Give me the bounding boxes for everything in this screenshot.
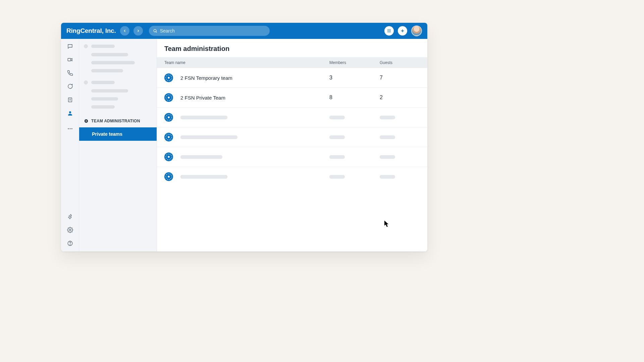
svg-point-17 — [69, 111, 71, 113]
team-members: 8 — [329, 95, 380, 101]
table-row-placeholder — [157, 127, 427, 147]
nav-rail — [61, 39, 79, 251]
sidebar-item-label: Private teams — [92, 131, 122, 137]
team-icon — [164, 153, 173, 161]
rail-more-icon[interactable] — [67, 125, 73, 132]
team-icon — [164, 172, 173, 181]
rail-contacts-icon[interactable] — [67, 110, 73, 117]
svg-point-18 — [68, 128, 69, 129]
rail-settings-icon[interactable] — [67, 227, 73, 233]
svg-point-31 — [168, 97, 169, 98]
col-members: Members — [329, 60, 380, 65]
new-button[interactable] — [398, 26, 407, 36]
svg-point-25 — [86, 120, 87, 122]
search-icon — [153, 28, 157, 33]
svg-point-7 — [390, 31, 390, 31]
svg-point-37 — [168, 136, 169, 138]
team-name: 2 FSN Private Team — [180, 95, 329, 101]
svg-line-1 — [156, 32, 157, 32]
svg-point-10 — [390, 32, 390, 32]
table-header: Team name Members Guests — [157, 57, 427, 68]
svg-point-23 — [70, 244, 70, 245]
svg-point-21 — [69, 229, 71, 231]
col-guests: Guests — [380, 60, 420, 65]
svg-point-20 — [71, 128, 72, 129]
section-label-text: TEAM ADMINISTRATION — [91, 119, 140, 123]
team-guests: 2 — [380, 95, 420, 101]
team-icon — [164, 93, 173, 102]
side-panel-placeholder-list — [79, 42, 157, 110]
table-row-placeholder — [157, 108, 427, 127]
svg-point-34 — [168, 116, 169, 118]
app-window: RingCentral, Inc. — [61, 23, 427, 251]
brand-title: RingCentral, Inc. — [66, 27, 116, 35]
nav-back-button[interactable] — [120, 26, 129, 36]
rail-video-icon[interactable] — [67, 56, 73, 63]
rail-text-icon[interactable] — [67, 83, 73, 90]
svg-point-40 — [168, 156, 169, 158]
user-avatar[interactable] — [411, 25, 422, 36]
rail-help-icon[interactable] — [67, 240, 73, 247]
plus-icon — [400, 28, 405, 33]
chevron-right-icon — [136, 29, 140, 33]
canvas: RingCentral, Inc. — [0, 0, 644, 362]
rail-phone-icon[interactable] — [67, 70, 73, 76]
team-guests: 7 — [380, 75, 420, 81]
svg-point-28 — [168, 77, 169, 78]
dialpad-icon — [387, 28, 391, 33]
table-row[interactable]: 2 FSN Temporary team 3 7 — [157, 68, 427, 88]
rail-apps-icon[interactable] — [67, 213, 73, 220]
nav-forward-button[interactable] — [133, 26, 143, 36]
section-team-administration[interactable]: TEAM ADMINISTRATION — [79, 116, 157, 126]
rail-fax-icon[interactable] — [67, 97, 73, 103]
rail-message-icon[interactable] — [67, 43, 73, 50]
chevron-left-icon — [123, 29, 127, 33]
table-row[interactable]: 2 FSN Private Team 8 2 — [157, 88, 427, 108]
col-team-name: Team name — [164, 60, 329, 65]
topbar: RingCentral, Inc. — [61, 23, 427, 39]
svg-point-19 — [69, 128, 70, 129]
team-name: 2 FSN Temporary team — [180, 75, 329, 81]
team-icon — [164, 113, 173, 122]
team-icon — [164, 73, 173, 82]
table-row-placeholder — [157, 147, 427, 167]
svg-point-5 — [387, 31, 388, 31]
svg-point-8 — [387, 32, 388, 32]
search-bar[interactable] — [149, 26, 270, 36]
body: TEAM ADMINISTRATION Private teams Team a… — [61, 39, 427, 251]
dialpad-button[interactable] — [384, 26, 394, 36]
gear-small-icon — [84, 119, 89, 123]
svg-point-9 — [389, 32, 389, 32]
svg-point-2 — [387, 29, 388, 30]
team-members: 3 — [329, 75, 380, 81]
sidebar-item-private-teams[interactable]: Private teams — [79, 127, 157, 141]
svg-point-4 — [390, 29, 390, 30]
svg-point-6 — [389, 31, 389, 31]
svg-point-3 — [389, 29, 389, 30]
page-title: Team administration — [157, 39, 427, 57]
team-icon — [164, 133, 173, 141]
svg-point-0 — [154, 29, 156, 32]
search-input[interactable] — [160, 28, 266, 34]
svg-point-43 — [168, 176, 169, 177]
side-panel: TEAM ADMINISTRATION Private teams — [79, 39, 157, 251]
svg-rect-13 — [68, 58, 71, 61]
svg-rect-14 — [68, 98, 72, 102]
main-content: Team administration Team name Members Gu… — [157, 39, 427, 251]
table-row-placeholder — [157, 167, 427, 186]
